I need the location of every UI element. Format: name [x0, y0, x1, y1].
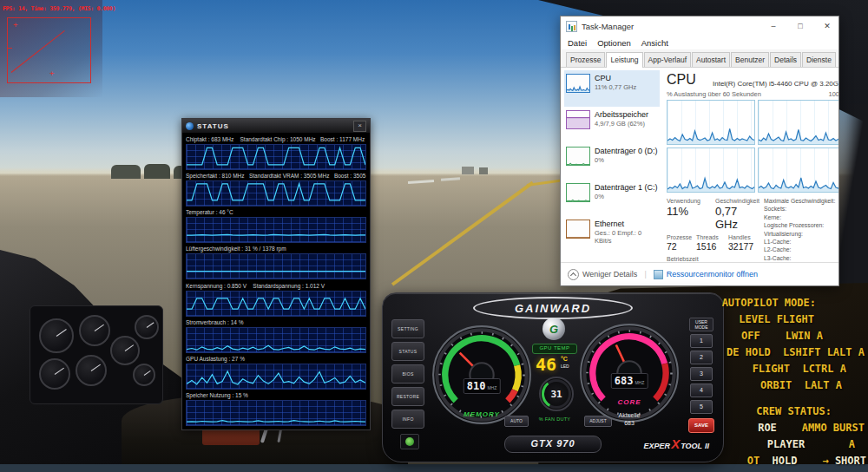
bottom-edge-strip [0, 464, 868, 472]
menu-item[interactable]: Ansicht [641, 38, 668, 48]
cpu-detail-row: Maximale Geschwindigkeit: 3,2 [764, 197, 838, 205]
status-section-label: Lüftergeschwindigkeit : 31 % / 1378 rpm [186, 244, 366, 253]
close-button[interactable]: ✕ [816, 17, 838, 35]
task-manager-window: Task-Manager – □ ✕ DateiOptionenAnsicht … [560, 16, 839, 286]
cpu-stats: Verwendung11% Geschwindigkeit0,77 GHz Pr… [667, 197, 760, 263]
perf-sidebar-item[interactable]: Datenträger 0 (D:) 0% [564, 143, 660, 180]
perf-thumbnail [566, 183, 590, 202]
status-section: GPU Auslastung : 27 % [186, 354, 366, 390]
fan-duty-gauge: 31 [539, 377, 574, 411]
status-section: Temperatur : 46 °C [186, 207, 366, 243]
debug-cross-marker: + [49, 69, 54, 77]
perf-sidebar-item[interactable]: Arbeitsspeicher 4,9/7,9 GB (62%) [564, 107, 660, 143]
expertool-logo: EXPER X TOOL II [644, 436, 709, 451]
gainward-logo: GAINWARD [473, 297, 633, 319]
fan-duty-unit: % [539, 416, 543, 422]
status-sections: Chiptakt : 683 MHz Standardtakt Chip : 1… [186, 134, 366, 426]
core-gauge: 683 MHZ CORE Aktuelle 683 [579, 323, 680, 423]
user-mode-button[interactable]: 2 [690, 351, 713, 364]
status-section: Lüftergeschwindigkeit : 31 % / 1378 rpm [186, 244, 366, 279]
hangar [111, 165, 141, 179]
tool-side-button[interactable]: BIOS [391, 364, 424, 384]
maximize-button[interactable]: □ [789, 17, 812, 35]
core-gauge-label: CORE [579, 398, 680, 406]
close-icon[interactable]: × [353, 121, 366, 132]
status-section-graph [186, 217, 366, 243]
tab[interactable]: Details [770, 52, 801, 67]
cockpit-gauge [135, 315, 159, 339]
user-mode-button[interactable]: 1 [690, 334, 713, 348]
perf-item-name: Datenträger 1 (C:) [595, 183, 658, 193]
distant-building [479, 167, 488, 174]
cockpit-right-frame [838, 104, 868, 291]
menu-item[interactable]: Datei [568, 38, 587, 48]
resource-monitor-link[interactable]: Ressourcenmonitor öffnen [654, 270, 758, 279]
perf-item-name: Ethernet [595, 220, 658, 229]
minimize-button[interactable]: – [762, 17, 785, 35]
memory-clock-readout: 810 MHZ [464, 378, 501, 394]
status-section: Chiptakt : 683 MHz Standardtakt Chip : 1… [186, 134, 366, 170]
tab[interactable]: Benutzer [731, 52, 769, 67]
status-titlebar[interactable]: STATUS × [182, 119, 370, 133]
gpu-temp-value: 46 [536, 354, 556, 375]
perf-thumbnail [566, 110, 590, 129]
cpu-detail-row: Sockets: 1 [764, 205, 838, 213]
screenshot-root: FPS: 14, Time: 359.779, (MIS: 0.000) + +… [0, 0, 868, 472]
tab[interactable]: Autostart [692, 52, 730, 67]
window-title: Task-Manager [582, 22, 758, 31]
status-section-graph [186, 180, 366, 206]
performance-sidebar: CPU 11% 0,77 GHz Arbeitsspeicher 4,9/7,9… [561, 67, 661, 263]
user-mode-button[interactable]: 5 [690, 400, 713, 414]
gpu-model-label: GTX 970 [504, 436, 602, 453]
nvidia-badge [400, 434, 419, 449]
cpu-speed-value: 0,77 GHz [715, 205, 760, 231]
status-section-graph [186, 144, 366, 170]
status-section-label: Chiptakt : 683 MHz Standardtakt Chip : 1… [186, 134, 366, 144]
distant-building [462, 167, 474, 174]
perf-sidebar-item[interactable]: Datenträger 1 (C:) 0% [564, 180, 660, 216]
tool-side-button[interactable]: RESTORE [391, 387, 424, 406]
cpu-core-graph [758, 148, 838, 193]
status-section: Stromverbrauch : 14 % [186, 318, 366, 353]
cpu-core-graph [758, 100, 838, 145]
fewer-details-toggle[interactable]: Weniger Details [568, 269, 637, 280]
cpu-details: Maximale Geschwindigkeit: 3,2 Sockets: 1… [764, 197, 838, 263]
tab[interactable]: App-Verlauf [644, 52, 691, 67]
tool-side-button[interactable]: SETTING [391, 319, 424, 338]
cpu-detail-row: Kerne: 4 [764, 213, 838, 221]
gainward-badge: G [542, 318, 565, 340]
menu-item[interactable]: Optionen [597, 38, 631, 48]
task-manager-body: CPU 11% 0,77 GHz Arbeitsspeicher 4,9/7,9… [561, 67, 838, 263]
debug-cross-marker: + [13, 20, 17, 29]
fan-duty-value: 31 [541, 389, 572, 400]
fan-duty-label: FAN DUTY [545, 416, 571, 422]
status-section-label: Speicher Nutzung : 15 % [186, 390, 366, 400]
cpu-model-name: Intel(R) Core(TM) i5-4460 CPU @ 3.20GHz [713, 80, 838, 88]
perf-thumbnail [566, 220, 590, 239]
debug-rectangle: + + [7, 17, 91, 83]
user-mode-button[interactable]: 3 [690, 367, 713, 381]
save-button[interactable]: SAVE [688, 418, 714, 433]
fps-counter: FPS: 14, Time: 359.779, (MIS: 0.000) [3, 5, 115, 12]
cockpit-gauge [79, 315, 110, 346]
titlebar[interactable]: Task-Manager – □ ✕ [561, 16, 838, 36]
perf-sidebar-item[interactable]: CPU 11% 0,77 GHz [564, 70, 660, 107]
fan-auto-button[interactable]: AUTO [504, 416, 529, 427]
perf-thumbnail [566, 147, 590, 166]
pane-heading: CPU [667, 72, 696, 88]
graph-max-label: 100 % [829, 90, 838, 98]
tab[interactable]: Leistung [606, 52, 642, 68]
tab[interactable]: Prozesse [566, 52, 605, 67]
tool-side-button[interactable]: STATUS [391, 342, 424, 361]
tool-side-button[interactable]: INFO [391, 410, 424, 429]
instrument-panel [30, 305, 163, 404]
cockpit-gauge [76, 355, 107, 386]
cpu-performance-pane: CPU Intel(R) Core(TM) i5-4460 CPU @ 3.20… [661, 67, 838, 263]
cpu-core-graph [667, 148, 755, 193]
perf-thumbnail [566, 74, 590, 93]
thread-count: 1516 [696, 241, 728, 252]
tab[interactable]: Dienste [802, 52, 836, 67]
expertool-x-icon: X [671, 436, 680, 451]
user-mode-button[interactable]: 4 [690, 384, 713, 397]
perf-sidebar-item[interactable]: Ethernet Ges.: 0 Empf.: 0 KBit/s [564, 216, 660, 252]
